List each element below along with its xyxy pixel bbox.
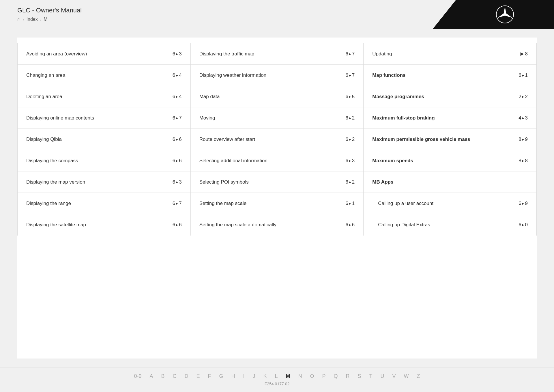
breadcrumb-index[interactable]: Index bbox=[27, 17, 38, 22]
alpha-letter[interactable]: A bbox=[149, 373, 153, 379]
page-ref: 6►1 bbox=[346, 201, 355, 206]
index-label: Displaying the traffic map bbox=[199, 51, 346, 57]
col2: Displaying the traffic map6►7Displaying … bbox=[191, 43, 364, 236]
page-ref: 6►0 bbox=[519, 222, 528, 228]
alpha-letter[interactable]: Z bbox=[417, 373, 420, 379]
index-row[interactable]: Map data6►5 bbox=[191, 86, 364, 107]
alpha-letter[interactable]: O bbox=[310, 373, 314, 379]
index-label: Selecting additional information bbox=[199, 158, 346, 164]
alpha-letter[interactable]: W bbox=[404, 373, 409, 379]
header-triangle bbox=[433, 0, 456, 29]
index-row[interactable]: Displaying the satellite map6►6 bbox=[18, 214, 190, 236]
page-ref: 6►4 bbox=[173, 72, 182, 78]
index-label: Moving bbox=[199, 115, 346, 121]
alpha-letter[interactable]: K bbox=[263, 373, 267, 379]
alpha-letter[interactable]: I bbox=[243, 373, 244, 379]
alpha-letter[interactable]: B bbox=[161, 373, 164, 379]
index-label: Displaying weather information bbox=[199, 72, 346, 78]
index-label: Displaying the map version bbox=[26, 179, 173, 185]
index-row[interactable]: Massage programmes2►2 bbox=[364, 86, 536, 107]
page-ref: 2►2 bbox=[519, 94, 528, 100]
index-row[interactable]: Moving6►2 bbox=[191, 107, 364, 129]
alpha-letter[interactable]: Q bbox=[334, 373, 338, 379]
index-row[interactable]: Displaying Qibla6►6 bbox=[18, 129, 190, 150]
index-row[interactable]: Avoiding an area (overview)6►3 bbox=[18, 43, 190, 65]
alpha-letter[interactable]: P bbox=[322, 373, 326, 379]
page-ref: 6►9 bbox=[519, 201, 528, 206]
col3: Updating►8Map functions6►1Massage progra… bbox=[364, 43, 537, 236]
page-ref: 6►7 bbox=[173, 115, 182, 121]
alpha-letter[interactable]: J bbox=[252, 373, 255, 379]
index-label: Selecting POI symbols bbox=[199, 179, 346, 185]
alpha-letter[interactable]: L bbox=[275, 373, 278, 379]
index-label: Avoiding an area (overview) bbox=[26, 51, 173, 57]
alpha-letter[interactable]: D bbox=[184, 373, 188, 379]
breadcrumb-sep2: › bbox=[40, 17, 42, 22]
alpha-letter[interactable]: H bbox=[231, 373, 235, 379]
col1: Avoiding an area (overview)6►3Changing a… bbox=[18, 43, 191, 236]
index-row[interactable]: Route overview after start6►2 bbox=[191, 129, 364, 150]
index-row[interactable]: Setting the map scale automatically6►6 bbox=[191, 214, 364, 236]
index-label: Displaying the compass bbox=[26, 158, 173, 164]
index-row[interactable]: Deleting an area6►4 bbox=[18, 86, 190, 107]
index-label: Setting the map scale bbox=[199, 201, 346, 206]
alpha-letter[interactable]: E bbox=[196, 373, 200, 379]
section-header-label: MB Apps bbox=[372, 179, 528, 185]
page-ref: 6►6 bbox=[173, 158, 182, 164]
index-row[interactable]: Updating►8 bbox=[364, 43, 536, 65]
index-label: Map data bbox=[199, 94, 346, 100]
alpha-letter[interactable]: C bbox=[173, 373, 176, 379]
index-label: Updating bbox=[372, 51, 519, 57]
alpha-letter[interactable]: U bbox=[381, 373, 384, 379]
section-header-label: Maximum permissible gross vehicle mass bbox=[372, 137, 519, 142]
index-row[interactable]: Selecting POI symbols6►2 bbox=[191, 171, 364, 193]
index-row[interactable]: Maximum speeds8►8 bbox=[364, 150, 536, 171]
index-row[interactable]: Displaying weather information6►7 bbox=[191, 65, 364, 86]
alpha-letter[interactable]: T bbox=[369, 373, 373, 379]
page-ref: 6►7 bbox=[173, 201, 182, 206]
breadcrumb-m: M bbox=[44, 17, 47, 22]
index-row[interactable]: Map functions6►1 bbox=[364, 65, 536, 86]
page-ref: 6►7 bbox=[346, 51, 355, 57]
index-label: Displaying the satellite map bbox=[26, 222, 173, 228]
index-label: Changing an area bbox=[26, 72, 173, 78]
index-row[interactable]: Displaying the map version6►3 bbox=[18, 171, 190, 193]
index-label: Calling up Digital Extras bbox=[378, 222, 519, 228]
header-right bbox=[433, 0, 554, 29]
home-icon[interactable]: ⌂ bbox=[17, 16, 20, 23]
index-row[interactable]: Displaying online map contents6►7 bbox=[18, 107, 190, 129]
page-ref: 6►6 bbox=[173, 137, 182, 142]
index-row[interactable]: Maximum permissible gross vehicle mass8►… bbox=[364, 129, 536, 150]
alpha-letter[interactable]: S bbox=[358, 373, 361, 379]
breadcrumb-sep1: › bbox=[23, 17, 24, 22]
index-row[interactable]: Displaying the compass6►6 bbox=[18, 150, 190, 171]
alpha-letter[interactable]: 0-9 bbox=[134, 373, 141, 379]
index-label: Deleting an area bbox=[26, 94, 173, 100]
index-label: Displaying online map contents bbox=[26, 115, 173, 121]
footer-code: F254 0177 02 bbox=[0, 382, 554, 386]
index-row[interactable]: Maximum full-stop braking4►3 bbox=[364, 107, 536, 129]
alpha-letter[interactable]: M bbox=[286, 373, 290, 379]
alpha-letter[interactable]: G bbox=[219, 373, 223, 379]
page-ref: 6►3 bbox=[346, 158, 355, 164]
index-row[interactable]: Setting the map scale6►1 bbox=[191, 193, 364, 214]
index-row[interactable]: Calling up a user account6►9 bbox=[364, 193, 536, 214]
alpha-nav: 0-9ABCDEFGHIJKLMNOPQRSTUVWZ F254 0177 02 bbox=[0, 367, 554, 392]
page-ref: 6►7 bbox=[346, 72, 355, 78]
index-row[interactable]: Selecting additional information6►3 bbox=[191, 150, 364, 171]
alpha-letter[interactable]: N bbox=[298, 373, 302, 379]
alpha-letter[interactable]: V bbox=[392, 373, 396, 379]
index-row[interactable]: Displaying the traffic map6►7 bbox=[191, 43, 364, 65]
page-ref: 6►1 bbox=[519, 72, 528, 78]
index-row[interactable]: Displaying the range6►7 bbox=[18, 193, 190, 214]
index-label: Displaying the range bbox=[26, 201, 173, 206]
index-row[interactable]: Calling up Digital Extras6►0 bbox=[364, 214, 536, 236]
index-label: Setting the map scale automatically bbox=[199, 222, 346, 228]
header: GLC - Owner's Manual ⌂ › Index › M bbox=[0, 0, 554, 29]
header-left: GLC - Owner's Manual ⌂ › Index › M bbox=[0, 1, 99, 28]
alpha-list: 0-9ABCDEFGHIJKLMNOPQRSTUVWZ bbox=[0, 373, 554, 379]
page-title: GLC - Owner's Manual bbox=[17, 7, 82, 14]
alpha-letter[interactable]: R bbox=[346, 373, 350, 379]
index-row[interactable]: Changing an area6►4 bbox=[18, 65, 190, 86]
alpha-letter[interactable]: F bbox=[208, 373, 211, 379]
